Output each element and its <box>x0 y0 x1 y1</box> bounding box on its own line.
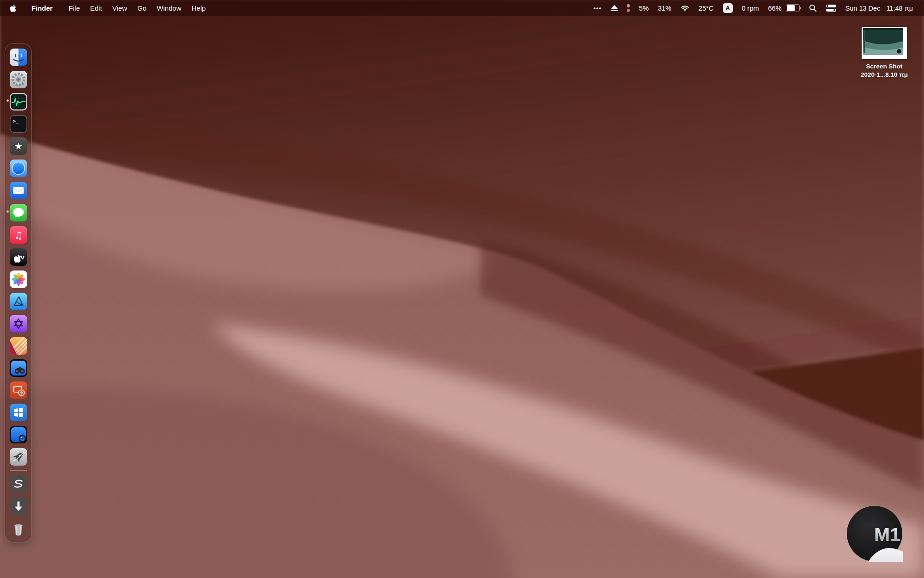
menu-bar: Finder File Edit View Go Window Help •••… <box>0 0 924 16</box>
finder-icon <box>10 49 27 66</box>
input-source-icon[interactable]: A <box>718 0 737 16</box>
memory-percent[interactable]: 31% <box>653 0 676 16</box>
dock-item-messages[interactable] <box>10 204 27 221</box>
dock-item-remote-desktop[interactable] <box>10 359 27 377</box>
dock-item-activity-monitor[interactable] <box>10 93 27 111</box>
dock-item-microsoft-remote-desktop[interactable] <box>10 381 27 399</box>
dock-item-terminal[interactable]: >_ <box>10 115 27 133</box>
dock-item-windows[interactable] <box>10 404 27 421</box>
clock-date: Sun 13 Dec <box>845 5 881 12</box>
menu-window[interactable]: Window <box>152 4 186 12</box>
downloads-arrow-icon <box>10 498 27 515</box>
music-icon: ♫ <box>10 226 27 244</box>
terminal-icon: >_ <box>10 115 27 133</box>
apple-tv-icon: tv <box>10 248 27 266</box>
star-app-icon: ★ <box>10 137 27 155</box>
svg-text:★: ★ <box>14 141 23 152</box>
dock-item-finder[interactable] <box>10 49 27 66</box>
dock-item-mail[interactable] <box>10 182 27 199</box>
m1-chip-label: M1 <box>874 524 900 545</box>
menu-view[interactable]: View <box>107 4 132 12</box>
eject-icon[interactable] <box>607 0 622 16</box>
dock-item-affinity-photo[interactable] <box>10 315 27 332</box>
dock-item-s-logo-stack[interactable] <box>10 475 27 493</box>
microsoft-remote-desktop-icon <box>10 381 27 399</box>
battery-status[interactable]: 66% <box>764 0 804 16</box>
dock-item-photos[interactable] <box>10 271 27 288</box>
dock-item-affinity-publisher[interactable] <box>10 337 27 355</box>
dock-item-music[interactable]: ♫ <box>10 226 27 244</box>
dock-item-system-preferences[interactable] <box>10 71 27 88</box>
screen-recorder-icon <box>10 426 27 443</box>
battery-icon <box>786 4 800 12</box>
mail-icon <box>10 182 27 199</box>
screenshot-thumbnail <box>862 27 907 59</box>
desktop-wallpaper <box>0 0 924 578</box>
m1-chip-badge: M1 <box>846 505 903 562</box>
safari-compass-icon <box>10 160 27 177</box>
safari-running-indicator <box>6 210 9 213</box>
menu-go[interactable]: Go <box>132 4 152 12</box>
apple-menu-icon[interactable] <box>9 4 17 13</box>
dock-item-screen-recorder[interactable] <box>10 426 27 443</box>
affinity-publisher-icon <box>10 337 27 355</box>
dock-divider <box>10 470 27 471</box>
dock-item-star-app[interactable]: ★ <box>10 137 27 155</box>
dock-item-safari[interactable] <box>10 160 27 177</box>
menu-edit[interactable]: Edit <box>85 4 107 12</box>
dock: >_ ★ <box>5 43 32 542</box>
affinity-photo-icon <box>10 315 27 332</box>
trash-icon <box>10 520 27 537</box>
input-source-letter: A <box>723 3 733 13</box>
cpu-percent[interactable]: 5% <box>634 0 653 16</box>
menu-file[interactable]: File <box>64 4 85 12</box>
battery-percent-label: 66% <box>768 5 782 12</box>
dock-item-downloads[interactable] <box>10 498 27 515</box>
dock-item-affinity-designer[interactable] <box>10 293 27 310</box>
rocket-app-icon <box>10 448 27 466</box>
temperature-reading[interactable]: 25°C <box>694 0 718 16</box>
menu-extra-ellipsis[interactable]: ••• <box>589 0 606 16</box>
remote-desktop-binoculars-icon <box>10 359 27 377</box>
wifi-icon[interactable] <box>676 0 694 16</box>
dock-item-trash[interactable] <box>10 520 27 537</box>
finder-running-indicator <box>6 99 9 102</box>
affinity-designer-icon <box>10 293 27 310</box>
desktop-file-screenshot[interactable]: Screen Shot 2020-1...8.10 πμ <box>849 27 919 79</box>
fan-speed[interactable]: 0 rpm <box>737 0 764 16</box>
photos-pinwheel-icon <box>10 271 27 288</box>
menu-help[interactable]: Help <box>187 4 211 12</box>
control-center-icon[interactable] <box>821 0 841 16</box>
s-logo-stack-icon <box>10 475 27 493</box>
svg-text:>_: >_ <box>12 119 19 124</box>
dock-item-rocket-app[interactable] <box>10 448 27 466</box>
messages-icon <box>10 204 27 221</box>
menu-clock[interactable]: Sun 13 Dec 11:48 πμ <box>841 0 914 16</box>
battery-icon-fill <box>787 5 795 11</box>
clock-time: 11:48 πμ <box>886 5 913 12</box>
svg-text:tv: tv <box>18 254 24 261</box>
dock-item-apple-tv[interactable]: tv <box>10 248 27 266</box>
activity-monitor-icon <box>10 93 27 111</box>
system-preferences-gear-icon <box>10 71 27 88</box>
menu-app-name[interactable]: Finder <box>27 4 57 12</box>
screenshot-file-label: Screen Shot 2020-1...8.10 πμ <box>861 62 908 79</box>
search-icon[interactable] <box>804 0 821 16</box>
svg-text:♫: ♫ <box>14 230 23 241</box>
windows-logo-icon <box>10 404 27 421</box>
menu-extra-dots-icon[interactable] <box>622 0 635 16</box>
